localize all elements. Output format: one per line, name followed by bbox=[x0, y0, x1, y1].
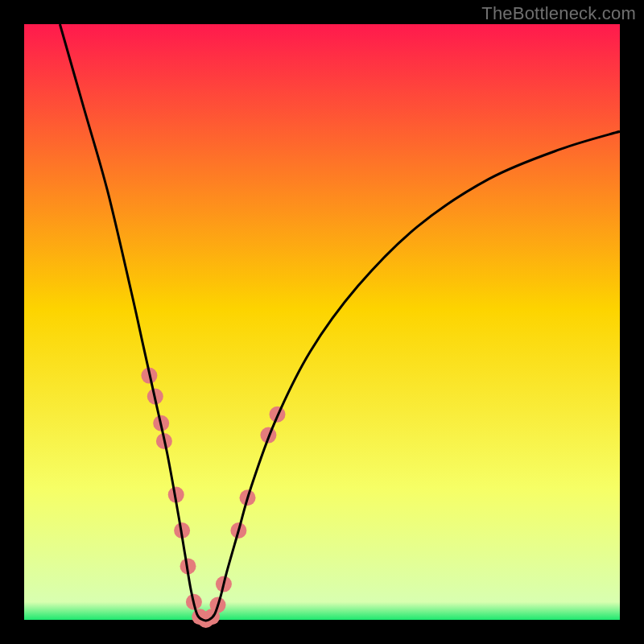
plot-area bbox=[24, 24, 620, 628]
bottleneck-chart bbox=[0, 0, 644, 644]
watermark-text: TheBottleneck.com bbox=[481, 3, 636, 24]
chart-stage: TheBottleneck.com bbox=[0, 0, 644, 644]
plot-background bbox=[24, 24, 620, 620]
